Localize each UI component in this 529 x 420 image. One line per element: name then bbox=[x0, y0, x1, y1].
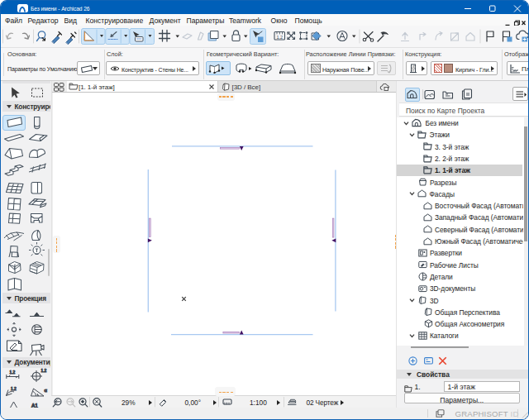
svg-text:1.2: 1.2 bbox=[10, 370, 16, 375]
svg-text:α: α bbox=[45, 388, 48, 393]
svg-text:1.2: 1.2 bbox=[41, 369, 47, 373]
svg-text:1.2: 1.2 bbox=[277, 35, 284, 40]
svg-text:1.2: 1.2 bbox=[11, 387, 17, 391]
